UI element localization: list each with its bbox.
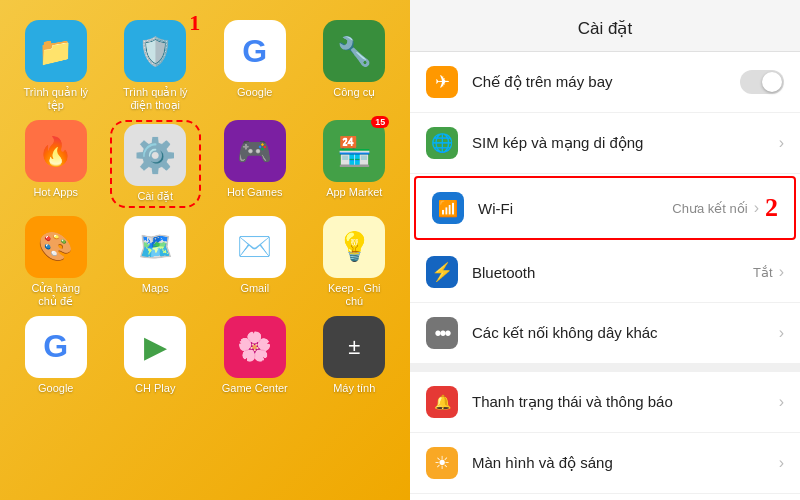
display-icon: ☀ [426, 447, 458, 479]
wifi-icon: 📶 [432, 192, 464, 224]
notifications-icon: 🔔 [426, 386, 458, 418]
settings-divider [410, 364, 800, 372]
toggle-knob [762, 72, 782, 92]
app-gmail[interactable]: ✉️ Gmail [209, 216, 301, 308]
settings-item-other-connections[interactable]: ••• Các kết nối không dây khác › [410, 303, 800, 364]
app-label-app-market: App Market [326, 186, 382, 199]
app-market-badge: 15 [371, 116, 389, 128]
phone-screen: 📁 Trình quản lý tệp 🛡️ 1 Trình quản lý đ… [0, 0, 410, 500]
app-label-google2: Google [38, 382, 73, 395]
app-label-google: Google [237, 86, 272, 99]
app-label-tools: Công cụ [333, 86, 375, 99]
app-file-manager[interactable]: 📁 Trình quản lý tệp [10, 20, 102, 112]
display-chevron-icon: › [779, 454, 784, 472]
settings-item-display[interactable]: ☀ Màn hình và độ sáng › [410, 433, 800, 494]
sim-icon: 🌐 [426, 127, 458, 159]
settings-item-sound[interactable]: 🔊 Âm thanh & Rung › [410, 494, 800, 500]
airplane-label: Chế độ trên máy bay [472, 73, 740, 91]
app-icon-maps: 🗺️ [124, 216, 186, 278]
settings-list: ✈ Chế độ trên máy bay 🌐 SIM kép và mạng … [410, 52, 800, 500]
app-icon-calculator: ± [323, 316, 385, 378]
app-icon-game-center: 🌸 [224, 316, 286, 378]
wifi-chevron-icon: › [754, 199, 759, 217]
app-label-store: Cửa hàng chủ đề [21, 282, 91, 308]
app-label-maps: Maps [142, 282, 169, 295]
app-tools[interactable]: 🔧 Công cụ [309, 20, 401, 112]
app-label-hot-apps: Hot Apps [33, 186, 78, 199]
app-keep[interactable]: 💡 Keep - Ghi chú [309, 216, 401, 308]
airplane-icon: ✈ [426, 66, 458, 98]
app-icon-file-manager: 📁 [25, 20, 87, 82]
app-settings[interactable]: ⚙️ Cài đặt [110, 120, 202, 207]
app-game-center[interactable]: 🌸 Game Center [209, 316, 301, 395]
app-icon-ch-play: ▶ [124, 316, 186, 378]
app-icon-store: 🎨 [25, 216, 87, 278]
settings-item-wifi[interactable]: 📶 Wi-Fi Chưa kết nối › 2 [414, 176, 796, 240]
bluetooth-status: Tắt [753, 265, 773, 280]
step-1-number: 1 [189, 10, 200, 36]
app-label-keep: Keep - Ghi chú [319, 282, 389, 308]
app-app-market[interactable]: 🏪 15 App Market [309, 120, 401, 207]
settings-title: Cài đặt [410, 0, 800, 52]
app-label-file-manager: Trình quản lý tệp [21, 86, 91, 112]
app-google[interactable]: G Google [209, 20, 301, 112]
app-label-game-center: Game Center [222, 382, 288, 395]
airplane-toggle[interactable] [740, 70, 784, 94]
app-label-ch-play: CH Play [135, 382, 175, 395]
app-label-gmail: Gmail [240, 282, 269, 295]
app-icon-hot-games: 🎮 [224, 120, 286, 182]
app-icon-phone-manager: 🛡️ 1 [124, 20, 186, 82]
app-google2[interactable]: G Google [10, 316, 102, 395]
app-label-settings: Cài đặt [137, 190, 173, 203]
settings-item-airplane[interactable]: ✈ Chế độ trên máy bay [410, 52, 800, 113]
settings-item-sim[interactable]: 🌐 SIM kép và mạng di động › [410, 113, 800, 174]
app-icon-settings: ⚙️ [124, 124, 186, 186]
app-icon-google2: G [25, 316, 87, 378]
other-connections-chevron-icon: › [779, 324, 784, 342]
app-icon-app-market: 🏪 15 [323, 120, 385, 182]
settings-panel: Cài đặt ✈ Chế độ trên máy bay 🌐 SIM kép … [410, 0, 800, 500]
app-phone-manager[interactable]: 🛡️ 1 Trình quản lý điện thoại [110, 20, 202, 112]
notifications-label: Thanh trạng thái và thông báo [472, 393, 779, 411]
app-calculator[interactable]: ± Máy tính [309, 316, 401, 395]
app-store[interactable]: 🎨 Cửa hàng chủ đề [10, 216, 102, 308]
settings-item-notifications[interactable]: 🔔 Thanh trạng thái và thông báo › [410, 372, 800, 433]
other-connections-label: Các kết nối không dây khác [472, 324, 779, 342]
wifi-status: Chưa kết nối [672, 201, 747, 216]
app-label-phone-manager: Trình quản lý điện thoại [120, 86, 190, 112]
app-hot-games[interactable]: 🎮 Hot Games [209, 120, 301, 207]
display-label: Màn hình và độ sáng [472, 454, 779, 472]
app-label-hot-games: Hot Games [227, 186, 283, 199]
app-ch-play[interactable]: ▶ CH Play [110, 316, 202, 395]
app-hot-apps[interactable]: 🔥 Hot Apps [10, 120, 102, 207]
app-maps[interactable]: 🗺️ Maps [110, 216, 202, 308]
app-icon-hot-apps: 🔥 [25, 120, 87, 182]
sim-chevron-icon: › [779, 134, 784, 152]
other-connections-icon: ••• [426, 317, 458, 349]
sim-label: SIM kép và mạng di động [472, 134, 779, 152]
bluetooth-chevron-icon: › [779, 263, 784, 281]
settings-item-bluetooth[interactable]: ⚡ Bluetooth Tắt › [410, 242, 800, 303]
wifi-label: Wi-Fi [478, 200, 672, 217]
app-icon-tools: 🔧 [323, 20, 385, 82]
app-label-calculator: Máy tính [333, 382, 375, 395]
app-icon-keep: 💡 [323, 216, 385, 278]
bluetooth-label: Bluetooth [472, 264, 753, 281]
app-grid: 📁 Trình quản lý tệp 🛡️ 1 Trình quản lý đ… [10, 20, 400, 395]
notifications-chevron-icon: › [779, 393, 784, 411]
app-icon-gmail: ✉️ [224, 216, 286, 278]
step-2-number: 2 [765, 193, 778, 223]
app-icon-google: G [224, 20, 286, 82]
bluetooth-icon: ⚡ [426, 256, 458, 288]
